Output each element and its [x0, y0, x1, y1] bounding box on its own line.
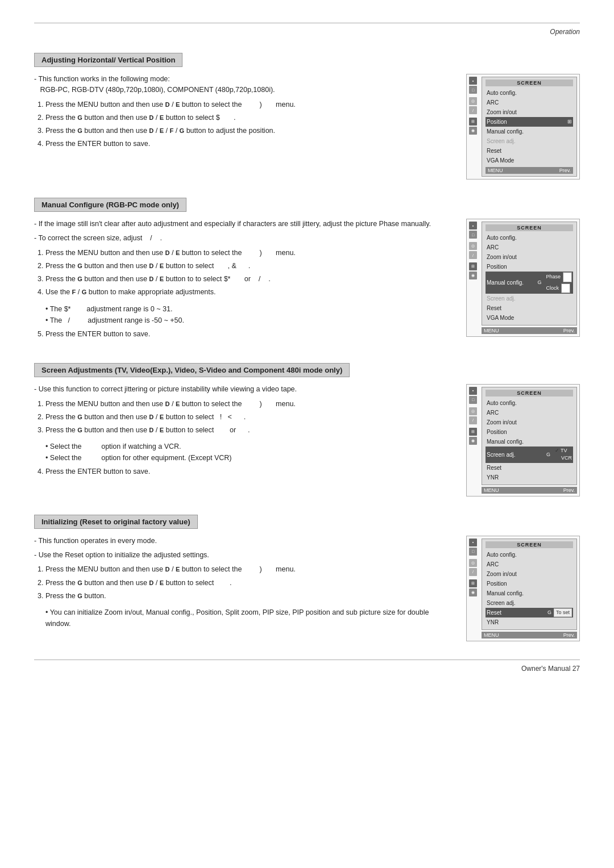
screen-diagram-3: ▪ □ ◎ / ⊞ ◉ SCREEN Auto config. ARC Zoom…	[466, 384, 580, 496]
screen-row-1-reset: Reset	[486, 146, 573, 156]
section-title-2: Manual Configure (RGB-PC mode only)	[34, 198, 186, 212]
side-icon-1f: ◉	[469, 127, 477, 135]
screen-row-4-screenadj: Screen adj.	[486, 598, 573, 608]
step-1-3: Press the G button and then use D / E / …	[45, 125, 455, 137]
section-2-content: If the image still isn't clear after aut…	[34, 219, 580, 345]
screen-row-4-ynr: YNR	[486, 617, 573, 627]
sub-2-2: The / adjustment range is -50 ~ +50.	[45, 315, 455, 326]
screen-row-2-vga: VGA Mode	[486, 313, 573, 323]
screen-diagram-1: ▪ □ ◎ / ⊞ ◉ SCREEN Auto config. ARC Zoom…	[466, 74, 580, 180]
step-4-2: Press the G button and then use D / E bu…	[45, 577, 455, 589]
side-icon-3c: ◎	[469, 407, 477, 415]
screen-inner-2-wrap: SCREEN Auto config. ARC Zoom in/out Posi…	[482, 222, 577, 334]
side-icon-1e: ⊞	[469, 118, 477, 126]
sub-list-2: The $* adjustment range is 0 ~ 31. The /…	[45, 303, 455, 326]
note-2-1: If the image still isn't clear after aut…	[34, 219, 455, 229]
side-icon-2c: ◎	[469, 242, 477, 250]
note-4-2: Use the Reset option to initialize the a…	[34, 550, 455, 561]
section-initializing-reset: Initializing (Reset to original factory …	[34, 515, 580, 642]
steps-list-2b: Press the ENTER button to save.	[45, 328, 455, 340]
section-3-text: Use this function to correct jittering o…	[34, 384, 455, 483]
section-2-text: If the image still isn't clear after aut…	[34, 219, 455, 345]
sub-list-3: Select the option if watching a VCR. Sel…	[45, 441, 455, 464]
screen-row-3-arc: ARC	[486, 408, 573, 418]
phase-row-2: Phase0	[546, 272, 572, 282]
screen-inner-4: SCREEN Auto config. ARC Zoom in/out Posi…	[482, 539, 577, 631]
screen-panel-2: ▪ □ ◎ / ⊞ ◉ SCREEN Auto config. ARC Zoom…	[469, 222, 577, 334]
sub-list-4: You can initialize Zoom in/out, Manual c…	[45, 607, 455, 629]
screen-inner-3-wrap: SCREEN Auto config. ARC Zoom in/out Posi…	[482, 387, 577, 494]
screen-inner-3: SCREEN Auto config. ARC Zoom in/out Posi…	[482, 387, 577, 485]
menu-footer-2: MENUPrev.	[482, 327, 577, 334]
side-icon-1a: ▪	[469, 77, 477, 85]
sub-2-1: The $* adjustment range is 0 ~ 31.	[45, 303, 455, 315]
screen-side-2: ▪ □ ◎ / ⊞ ◉	[469, 222, 477, 334]
screen-panel-4: ▪ □ ◎ / ⊞ ◉ SCREEN Auto config. ARC Zoom…	[469, 539, 577, 639]
screen-row-3-screenadj: Screen adj. G ✓TV VCR	[486, 446, 573, 463]
screen-row-1-zoom: Zoom in/out	[486, 107, 573, 117]
steps-list-1: Press the MENU button and then use D / E…	[45, 99, 455, 151]
screen-label-2: SCREEN	[486, 224, 573, 231]
screen-row-2-screenadj: Screen adj.	[486, 294, 573, 303]
screen-row-4-position: Position	[486, 579, 573, 589]
menu-footer-4: MENUPrev.	[482, 632, 577, 639]
note-4-1: This function operates in every mode.	[34, 536, 455, 546]
screen-inner-1: SCREEN Auto config. ARC Zoom in/out Posi…	[482, 77, 577, 177]
screen-row-2-position: Position	[486, 262, 573, 272]
screen-row-3-position: Position	[486, 427, 573, 437]
side-icon-1c: ◎	[469, 97, 477, 105]
screen-label-3: SCREEN	[486, 390, 573, 397]
page-footer: Owner's Manual 27	[34, 665, 580, 673]
screen-row-4-arc: ARC	[486, 560, 573, 569]
screen-row-4-manual: Manual config.	[486, 589, 573, 598]
step-1-1: Press the MENU button and then use D / E…	[45, 99, 455, 111]
step-3-4: Press the ENTER button to save.	[45, 466, 455, 478]
screen-row-2-reset: Reset	[486, 303, 573, 313]
side-icon-1b: □	[469, 86, 477, 94]
screen-row-2-zoom: Zoom in/out	[486, 252, 573, 262]
side-icon-2e: ⊞	[469, 262, 477, 270]
steps-list-2: Press the MENU button and then use D / E…	[45, 247, 455, 299]
screen-row-1-position: Position⊞	[486, 117, 573, 127]
note-1-1: This function works in the following mod…	[34, 74, 455, 95]
phase-clock-2: Phase0 Clock0	[546, 272, 572, 293]
side-icon-4c: ◎	[469, 559, 477, 567]
side-icon-3e: ⊞	[469, 428, 477, 436]
top-rule	[34, 23, 580, 23]
side-icon-2f: ◉	[469, 272, 477, 279]
step-1-4: Press the ENTER button to save.	[45, 138, 455, 150]
step-2-5: Press the ENTER button to save.	[45, 328, 455, 340]
screen-diagram-2: ▪ □ ◎ / ⊞ ◉ SCREEN Auto config. ARC Zoom…	[466, 219, 580, 337]
step-3-2: Press the G button and then use D / E bu…	[45, 411, 455, 423]
sub-3-1: Select the option if watching a VCR.	[45, 441, 455, 452]
step-2-4: Use the F / G button to make appropriate…	[45, 286, 455, 298]
screen-row-4-reset: Reset G To set	[486, 608, 573, 618]
side-icon-3d: /	[469, 416, 477, 424]
step-4-1: Press the MENU button and then use D / E…	[45, 564, 455, 575]
screen-side-3: ▪ □ ◎ / ⊞ ◉	[469, 387, 477, 494]
page: Operation Adjusting Horizontal/ Vertical…	[0, 0, 614, 707]
screen-inner-4-wrap: SCREEN Auto config. ARC Zoom in/out Posi…	[482, 539, 577, 639]
sub-3-2: Select the option for other equipment. (…	[45, 452, 455, 464]
screen-panel-1: ▪ □ ◎ / ⊞ ◉ SCREEN Auto config. ARC Zoom…	[469, 77, 577, 177]
screen-row-3-reset: Reset	[486, 463, 573, 473]
screen-row-2-autocfg: Auto config.	[486, 233, 573, 243]
section-3-content: Use this function to correct jittering o…	[34, 384, 580, 496]
side-icon-4e: ⊞	[469, 579, 477, 587]
side-icon-2a: ▪	[469, 222, 477, 229]
screen-panel-3: ▪ □ ◎ / ⊞ ◉ SCREEN Auto config. ARC Zoom…	[469, 387, 577, 494]
section-screen-adjustments: Screen Adjustments (TV, Video(Exp.), Vid…	[34, 363, 580, 496]
step-2-1: Press the MENU button and then use D / E…	[45, 247, 455, 259]
step-1-2: Press the G button and then use D / E bu…	[45, 112, 455, 124]
side-icon-3b: □	[469, 396, 477, 404]
section-adjusting-position: Adjusting Horizontal/ Vertical Position …	[34, 53, 580, 180]
step-3-1: Press the MENU button and then use D / E…	[45, 398, 455, 410]
side-icon-3f: ◉	[469, 437, 477, 445]
screen-row-2-arc: ARC	[486, 243, 573, 252]
screen-row-1-screenadj: Screen adj.	[486, 136, 573, 146]
note-3-1: Use this function to correct jittering o…	[34, 384, 455, 395]
step-3-3: Press the G button and then use D / E bu…	[45, 424, 455, 436]
footer-label: Owner's Manual 27	[521, 665, 580, 673]
section-title-1: Adjusting Horizontal/ Vertical Position	[34, 53, 182, 67]
screen-row-2-manual: Manual config.G Phase0 Clock0	[486, 272, 573, 294]
